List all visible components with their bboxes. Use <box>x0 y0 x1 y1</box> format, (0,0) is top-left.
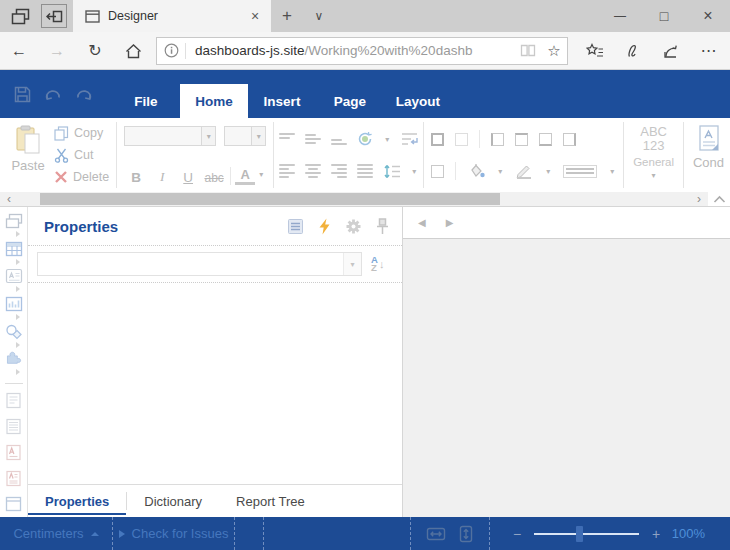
events-lightning-icon[interactable] <box>318 218 331 235</box>
settings-gear-icon[interactable] <box>345 218 362 235</box>
share-icon[interactable] <box>652 32 690 70</box>
ribbon-tab-file[interactable]: File <box>112 84 180 118</box>
ribbon-scrollbar: ‹ › <box>0 192 730 207</box>
window-close-button[interactable]: × <box>686 0 730 32</box>
sort-az-icon[interactable]: AZ ↓ <box>371 256 393 273</box>
ribbon-tab-layout[interactable]: Layout <box>384 84 452 118</box>
site-info-icon[interactable] <box>157 43 185 58</box>
font-name-dropdown-icon[interactable]: ▾ <box>202 126 216 146</box>
toolbox-text-a-icon[interactable] <box>5 439 22 465</box>
forward-icon: → <box>38 32 76 70</box>
toolbox-indicator-icon[interactable] <box>5 296 23 324</box>
tab-properties[interactable]: Properties <box>28 485 126 517</box>
scrollbar-track[interactable] <box>18 192 690 206</box>
tab-dictionary[interactable]: Dictionary <box>127 485 219 517</box>
tabs-set-aside-list-icon[interactable] <box>7 4 33 28</box>
paste-label: Paste <box>11 158 44 173</box>
back-icon[interactable]: ← <box>0 32 38 70</box>
units-selector[interactable]: Centimeters <box>0 517 112 550</box>
paste-clipboard-icon <box>15 125 42 155</box>
collapse-ribbon-icon[interactable] <box>708 192 730 206</box>
spacing-dropdown-icon: ▾ <box>410 167 418 176</box>
align-right-icon <box>331 164 347 178</box>
toolbox-rich-text-icon[interactable] <box>5 414 22 440</box>
line-spacing-icon <box>383 164 400 179</box>
scrollbar-thumb[interactable] <box>40 193 500 205</box>
conditions-button: Cond <box>687 121 730 189</box>
previous-page-icon[interactable]: ◀ <box>418 217 426 228</box>
component-select-dropdown-icon[interactable]: ▾ <box>343 253 361 275</box>
design-canvas: ◀ ▶ <box>403 207 730 517</box>
add-favorite-star-icon[interactable]: ☆ <box>541 42 567 60</box>
align-bottom-icon <box>331 133 347 145</box>
scroll-left-icon[interactable]: ‹ <box>0 192 18 206</box>
font-size-dropdown-icon[interactable]: ▾ <box>252 126 266 146</box>
delete-label: Delete <box>73 170 109 184</box>
border-top-icon <box>515 133 528 146</box>
next-page-icon[interactable]: ▶ <box>446 217 454 228</box>
fit-page-width-icon[interactable] <box>426 526 446 542</box>
fit-page-height-icon[interactable] <box>458 525 474 543</box>
zoom-slider-thumb[interactable] <box>576 526 583 542</box>
toolbox-pages-icon[interactable] <box>5 213 23 241</box>
more-actions-icon[interactable]: ⋯ <box>690 32 728 70</box>
pin-panel-icon[interactable] <box>376 218 389 235</box>
number-format-group[interactable]: ABC 123 General ▾ <box>627 121 680 189</box>
check-issues-play-icon <box>119 530 125 538</box>
zoom-out-button[interactable]: − <box>504 526 530 542</box>
toolbox-text-b-icon[interactable] <box>5 465 22 491</box>
zoom-slider[interactable] <box>534 533 639 535</box>
toolbox-panel-icon[interactable] <box>5 491 22 517</box>
zoom-in-button[interactable]: + <box>643 526 669 542</box>
ribbon-tab-page[interactable]: Page <box>316 84 384 118</box>
browser-window: Designer × + ∨ — □ × ← → ↻ dashboards-j <box>0 0 730 550</box>
toolbox-text-icon[interactable] <box>5 388 22 414</box>
url-text[interactable]: dashboards-js.site/Working%20with%20dash… <box>186 43 515 58</box>
new-tab-button[interactable]: + <box>271 0 303 32</box>
reading-view-icon <box>515 44 541 57</box>
window-maximize-button[interactable]: □ <box>642 0 686 32</box>
toolbox-custom-component-icon[interactable] <box>5 351 23 379</box>
set-tabs-aside-icon[interactable] <box>41 4 67 28</box>
align-top-icon <box>279 133 295 145</box>
check-issues-label: Check for Issues <box>132 526 229 541</box>
tab-close-icon[interactable]: × <box>245 6 265 26</box>
address-bar[interactable]: dashboards-js.site/Working%20with%20dash… <box>156 37 568 65</box>
border-outside-icon <box>431 165 444 178</box>
home-icon[interactable] <box>114 32 152 70</box>
window-minimize-button[interactable]: — <box>598 0 642 32</box>
bold-button: B <box>124 170 148 185</box>
zoom-percent[interactable]: 100% <box>669 526 721 541</box>
windows-ink-pen-icon[interactable] <box>614 32 652 70</box>
components-toolbox <box>0 207 28 517</box>
toolbox-table-icon[interactable] <box>5 241 23 269</box>
canvas-empty-area[interactable] <box>403 239 730 517</box>
rotation-dropdown-icon: ▾ <box>383 135 391 144</box>
border-bottom-icon <box>539 133 552 146</box>
delete-x-icon <box>54 170 68 184</box>
status-empty-cell <box>235 517 263 550</box>
align-center-icon <box>305 164 321 178</box>
toolbox-shapes-icon[interactable] <box>5 324 23 352</box>
component-select[interactable]: ▾ <box>37 252 362 276</box>
tab-report-tree[interactable]: Report Tree <box>219 485 322 517</box>
toolbox-card-icon[interactable] <box>5 268 23 296</box>
font-size-select[interactable]: ▾ <box>224 126 266 146</box>
hub-favorites-icon[interactable] <box>576 32 614 70</box>
word-wrap-icon <box>401 132 418 146</box>
check-for-issues-button[interactable]: Check for Issues <box>113 517 234 550</box>
units-label: Centimeters <box>13 526 83 541</box>
scroll-right-icon[interactable]: › <box>690 192 708 206</box>
redo-icon <box>75 86 93 102</box>
browser-tab-designer[interactable]: Designer × <box>73 0 271 32</box>
align-middle-icon <box>305 134 321 144</box>
property-grid-icon[interactable] <box>287 218 304 235</box>
tab-list-chevron-icon[interactable]: ∨ <box>303 0 335 32</box>
ribbon-tab-insert[interactable]: Insert <box>248 84 316 118</box>
abc-label: ABC <box>640 124 667 139</box>
border-style-dropdown-icon: ▾ <box>608 167 616 176</box>
font-name-select[interactable]: ▾ <box>124 126 216 146</box>
refresh-icon[interactable]: ↻ <box>76 32 114 70</box>
sort-z-letter: Z <box>371 264 378 273</box>
ribbon-tab-home[interactable]: Home <box>180 84 248 118</box>
